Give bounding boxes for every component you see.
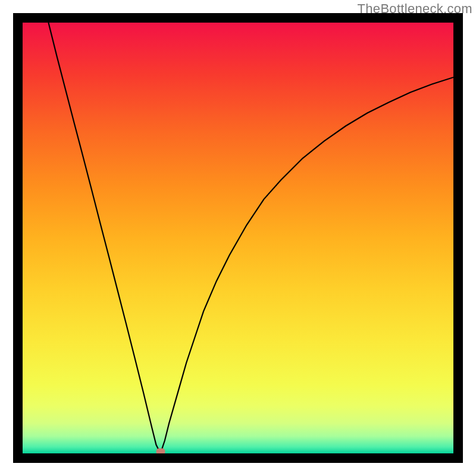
plot-area — [23, 23, 453, 453]
bottleneck-curve — [23, 23, 453, 453]
chart-root: TheBottleneck.com — [0, 0, 476, 476]
watermark-text: TheBottleneck.com — [358, 1, 472, 17]
minimum-marker-dot — [156, 449, 165, 454]
